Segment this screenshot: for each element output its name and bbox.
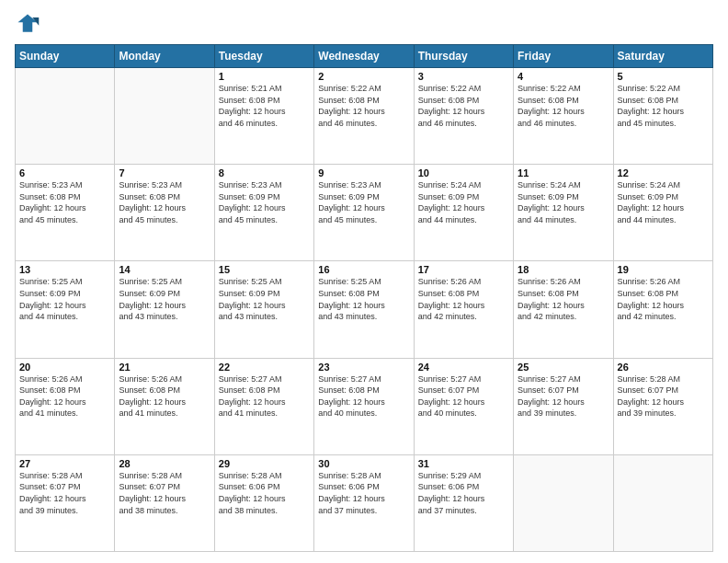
calendar-week-row: 6Sunrise: 5:23 AMSunset: 6:08 PMDaylight… xyxy=(16,165,713,261)
day-number: 23 xyxy=(318,362,409,373)
weekday-header-saturday: Saturday xyxy=(613,45,712,68)
day-number: 19 xyxy=(618,264,709,275)
day-number: 30 xyxy=(318,458,409,469)
day-info: Sunrise: 5:25 AMSunset: 6:08 PMDaylight:… xyxy=(318,276,409,322)
calendar-cell: 19Sunrise: 5:26 AMSunset: 6:08 PMDayligh… xyxy=(613,261,712,358)
calendar-cell: 14Sunrise: 5:25 AMSunset: 6:09 PMDayligh… xyxy=(115,261,214,358)
day-info: Sunrise: 5:23 AMSunset: 6:08 PMDaylight:… xyxy=(119,179,210,225)
calendar-cell: 7Sunrise: 5:23 AMSunset: 6:08 PMDaylight… xyxy=(115,165,214,261)
day-info: Sunrise: 5:28 AMSunset: 6:07 PMDaylight:… xyxy=(19,470,110,516)
calendar-cell: 9Sunrise: 5:23 AMSunset: 6:09 PMDaylight… xyxy=(314,165,414,261)
day-number: 18 xyxy=(518,264,609,275)
day-number: 11 xyxy=(518,167,609,178)
svg-marker-0 xyxy=(18,15,38,32)
calendar-cell: 1Sunrise: 5:21 AMSunset: 6:08 PMDaylight… xyxy=(214,68,313,165)
calendar-cell xyxy=(613,454,712,551)
day-number: 9 xyxy=(318,167,409,178)
day-number: 22 xyxy=(219,362,310,373)
calendar-cell: 16Sunrise: 5:25 AMSunset: 6:08 PMDayligh… xyxy=(314,261,414,358)
weekday-header-tuesday: Tuesday xyxy=(214,45,313,68)
calendar-week-row: 20Sunrise: 5:26 AMSunset: 6:08 PMDayligh… xyxy=(16,358,713,454)
day-info: Sunrise: 5:28 AMSunset: 6:07 PMDaylight:… xyxy=(119,470,210,516)
day-info: Sunrise: 5:27 AMSunset: 6:07 PMDaylight:… xyxy=(418,373,509,419)
day-info: Sunrise: 5:23 AMSunset: 6:08 PMDaylight:… xyxy=(19,179,110,225)
calendar-cell: 31Sunrise: 5:29 AMSunset: 6:06 PMDayligh… xyxy=(414,454,513,551)
weekday-header-monday: Monday xyxy=(115,45,214,68)
day-number: 14 xyxy=(119,264,210,275)
day-number: 31 xyxy=(418,458,509,469)
day-number: 15 xyxy=(219,264,310,275)
weekday-header-friday: Friday xyxy=(514,45,613,68)
calendar-cell: 8Sunrise: 5:23 AMSunset: 6:09 PMDaylight… xyxy=(214,165,313,261)
day-number: 7 xyxy=(119,167,210,178)
day-info: Sunrise: 5:28 AMSunset: 6:06 PMDaylight:… xyxy=(219,470,310,516)
weekday-header-thursday: Thursday xyxy=(414,45,513,68)
day-number: 21 xyxy=(119,362,210,373)
calendar-table: SundayMondayTuesdayWednesdayThursdayFrid… xyxy=(15,44,713,552)
day-info: Sunrise: 5:24 AMSunset: 6:09 PMDaylight:… xyxy=(418,179,509,225)
day-number: 27 xyxy=(19,458,110,469)
day-number: 25 xyxy=(518,362,609,373)
calendar-cell: 15Sunrise: 5:25 AMSunset: 6:09 PMDayligh… xyxy=(214,261,313,358)
day-info: Sunrise: 5:28 AMSunset: 6:06 PMDaylight:… xyxy=(318,470,409,516)
day-number: 17 xyxy=(418,264,509,275)
day-number: 12 xyxy=(618,167,709,178)
calendar-cell: 4Sunrise: 5:22 AMSunset: 6:08 PMDaylight… xyxy=(514,68,613,165)
calendar-cell: 2Sunrise: 5:22 AMSunset: 6:08 PMDaylight… xyxy=(314,68,414,165)
day-info: Sunrise: 5:23 AMSunset: 6:09 PMDaylight:… xyxy=(219,179,310,225)
calendar-cell: 20Sunrise: 5:26 AMSunset: 6:08 PMDayligh… xyxy=(16,358,115,454)
day-number: 2 xyxy=(318,71,409,82)
calendar-cell: 27Sunrise: 5:28 AMSunset: 6:07 PMDayligh… xyxy=(16,454,115,551)
day-number: 26 xyxy=(618,362,709,373)
day-info: Sunrise: 5:24 AMSunset: 6:09 PMDaylight:… xyxy=(518,179,609,225)
day-info: Sunrise: 5:29 AMSunset: 6:06 PMDaylight:… xyxy=(418,470,509,516)
calendar-cell: 22Sunrise: 5:27 AMSunset: 6:08 PMDayligh… xyxy=(214,358,313,454)
day-number: 24 xyxy=(418,362,509,373)
calendar-cell: 24Sunrise: 5:27 AMSunset: 6:07 PMDayligh… xyxy=(414,358,513,454)
day-number: 16 xyxy=(318,264,409,275)
day-number: 3 xyxy=(418,71,509,82)
day-info: Sunrise: 5:22 AMSunset: 6:08 PMDaylight:… xyxy=(518,83,609,129)
page: SundayMondayTuesdayWednesdayThursdayFrid… xyxy=(0,0,728,563)
logo-icon xyxy=(15,11,40,37)
day-info: Sunrise: 5:26 AMSunset: 6:08 PMDaylight:… xyxy=(19,373,110,419)
day-info: Sunrise: 5:25 AMSunset: 6:09 PMDaylight:… xyxy=(119,276,210,322)
calendar-cell: 13Sunrise: 5:25 AMSunset: 6:09 PMDayligh… xyxy=(16,261,115,358)
calendar-cell: 28Sunrise: 5:28 AMSunset: 6:07 PMDayligh… xyxy=(115,454,214,551)
day-info: Sunrise: 5:28 AMSunset: 6:07 PMDaylight:… xyxy=(618,373,709,419)
day-info: Sunrise: 5:26 AMSunset: 6:08 PMDaylight:… xyxy=(418,276,509,322)
calendar-cell: 11Sunrise: 5:24 AMSunset: 6:09 PMDayligh… xyxy=(514,165,613,261)
calendar-cell: 5Sunrise: 5:22 AMSunset: 6:08 PMDaylight… xyxy=(613,68,712,165)
day-number: 8 xyxy=(219,167,310,178)
day-info: Sunrise: 5:27 AMSunset: 6:08 PMDaylight:… xyxy=(318,373,409,419)
day-info: Sunrise: 5:22 AMSunset: 6:08 PMDaylight:… xyxy=(318,83,409,129)
calendar-week-row: 1Sunrise: 5:21 AMSunset: 6:08 PMDaylight… xyxy=(16,68,713,165)
weekday-header-row: SundayMondayTuesdayWednesdayThursdayFrid… xyxy=(16,45,713,68)
day-info: Sunrise: 5:25 AMSunset: 6:09 PMDaylight:… xyxy=(19,276,110,322)
weekday-header-wednesday: Wednesday xyxy=(314,45,414,68)
calendar-cell: 6Sunrise: 5:23 AMSunset: 6:08 PMDaylight… xyxy=(16,165,115,261)
calendar-cell xyxy=(115,68,214,165)
logo xyxy=(15,11,44,37)
calendar-cell: 26Sunrise: 5:28 AMSunset: 6:07 PMDayligh… xyxy=(613,358,712,454)
calendar-cell: 3Sunrise: 5:22 AMSunset: 6:08 PMDaylight… xyxy=(414,68,513,165)
day-number: 5 xyxy=(618,71,709,82)
day-number: 1 xyxy=(219,71,310,82)
header xyxy=(15,11,713,37)
calendar-cell: 17Sunrise: 5:26 AMSunset: 6:08 PMDayligh… xyxy=(414,261,513,358)
day-number: 28 xyxy=(119,458,210,469)
day-info: Sunrise: 5:26 AMSunset: 6:08 PMDaylight:… xyxy=(618,276,709,322)
day-info: Sunrise: 5:22 AMSunset: 6:08 PMDaylight:… xyxy=(418,83,509,129)
calendar-cell xyxy=(514,454,613,551)
day-number: 4 xyxy=(518,71,609,82)
calendar-cell: 12Sunrise: 5:24 AMSunset: 6:09 PMDayligh… xyxy=(613,165,712,261)
day-info: Sunrise: 5:23 AMSunset: 6:09 PMDaylight:… xyxy=(318,179,409,225)
day-number: 13 xyxy=(19,264,110,275)
day-number: 10 xyxy=(418,167,509,178)
day-info: Sunrise: 5:27 AMSunset: 6:07 PMDaylight:… xyxy=(518,373,609,419)
day-info: Sunrise: 5:24 AMSunset: 6:09 PMDaylight:… xyxy=(618,179,709,225)
day-number: 29 xyxy=(219,458,310,469)
calendar-cell: 30Sunrise: 5:28 AMSunset: 6:06 PMDayligh… xyxy=(314,454,414,551)
calendar-week-row: 13Sunrise: 5:25 AMSunset: 6:09 PMDayligh… xyxy=(16,261,713,358)
calendar-week-row: 27Sunrise: 5:28 AMSunset: 6:07 PMDayligh… xyxy=(16,454,713,551)
